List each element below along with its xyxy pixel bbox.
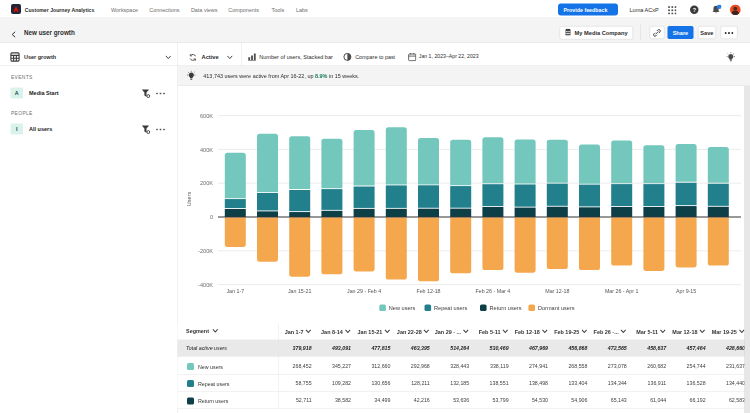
svg-text:Return users: Return users (490, 305, 522, 311)
svg-text:-200K: -200K (198, 248, 213, 254)
svg-text:Dormant users: Dormant users (538, 305, 575, 311)
svg-text:Users: Users (186, 191, 192, 206)
svg-text:Mar 26 - Apr 1: Mar 26 - Apr 1 (605, 288, 639, 294)
svg-text:200K: 200K (200, 180, 213, 186)
svg-text:0: 0 (210, 214, 213, 220)
svg-text:Jan 29 - Feb 4: Jan 29 - Feb 4 (347, 288, 381, 294)
svg-text:Mar 12-18: Mar 12-18 (545, 288, 569, 294)
svg-text:Apr 9-15: Apr 9-15 (676, 288, 696, 294)
svg-text:Jan 15-21: Jan 15-21 (288, 288, 312, 294)
svg-text:New users: New users (389, 305, 416, 311)
svg-text:-400K: -400K (198, 282, 213, 288)
svg-text:Feb 26 - Mar 4: Feb 26 - Mar 4 (476, 288, 511, 294)
svg-text:Feb 12-18: Feb 12-18 (416, 288, 440, 294)
svg-text:Jan 1-7: Jan 1-7 (226, 288, 244, 294)
svg-text:600K: 600K (200, 113, 213, 119)
svg-text:Repeat users: Repeat users (434, 305, 467, 311)
svg-text:400K: 400K (200, 147, 213, 153)
